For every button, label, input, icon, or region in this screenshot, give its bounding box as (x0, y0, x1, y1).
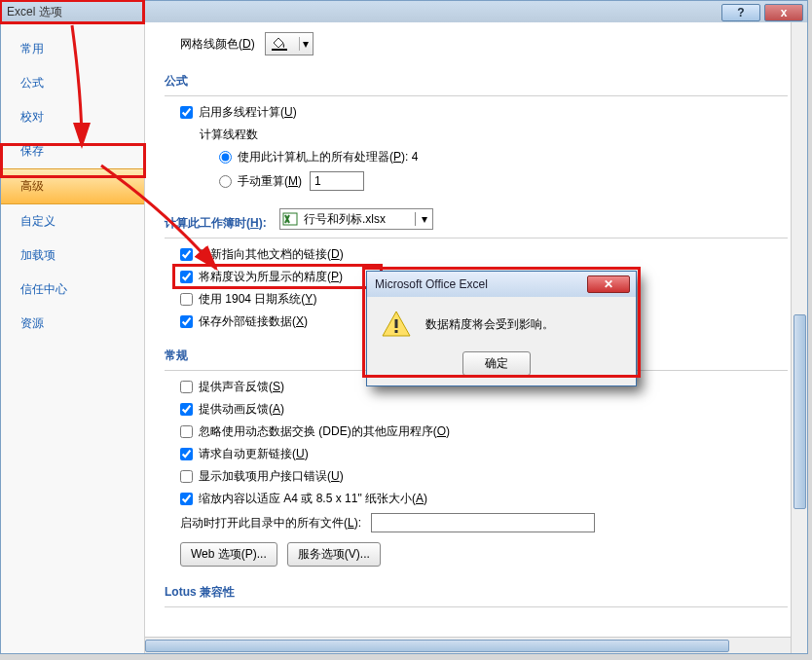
sidebar-item-save[interactable]: 保存 (1, 134, 144, 168)
sidebar-item-resources[interactable]: 资源 (1, 307, 144, 341)
anim-label: 提供动画反馈(A) (199, 401, 284, 418)
sidebar-item-proofing[interactable]: 校对 (1, 100, 144, 134)
workbook-select[interactable]: 行号和列标.xlsx ▾ (279, 208, 433, 230)
titlebar-buttons: ? x (721, 2, 807, 21)
help-button[interactable]: ? (721, 4, 760, 21)
sidebar-item-formula[interactable]: 公式 (1, 66, 144, 100)
save-ext-checkbox[interactable] (180, 315, 193, 328)
all-cpu-row: 使用此计算机上的所有处理器(P): 4 (219, 149, 788, 165)
autoup-label: 请求自动更新链接(U) (199, 446, 309, 462)
svg-rect-3 (395, 330, 398, 333)
titlebar: Excel 选项 ? x (1, 1, 807, 22)
scrollbar-thumb[interactable] (145, 640, 729, 652)
precision-checkbox[interactable] (180, 271, 193, 283)
precision-label: 将精度设为所显示的精度(P) (199, 269, 343, 285)
update-links-checkbox[interactable] (180, 248, 193, 261)
multithread-label: 启用多线程计算(U) (199, 104, 297, 121)
dialog-body: 数据精度将会受到影响。 (367, 297, 636, 351)
excel-file-icon (280, 210, 300, 228)
svg-rect-0 (272, 49, 287, 51)
threads-label: 计算线程数 (200, 127, 258, 143)
warning-icon (381, 309, 412, 340)
manual-threads-input[interactable] (310, 171, 364, 191)
gridline-color-label: 网格线颜色(D) (180, 36, 255, 53)
dropdown-arrow-icon: ▾ (299, 37, 313, 51)
sidebar-item-common[interactable]: 常用 (1, 32, 144, 66)
startup-row: 启动时打开此目录中的所有文件(L): (180, 513, 788, 532)
dialog-buttons: 确定 (367, 351, 636, 385)
web-options-button[interactable]: Web 选项(P)... (180, 542, 277, 567)
anim-checkbox[interactable] (180, 403, 193, 416)
a4-label: 缩放内容以适应 A4 或 8.5 x 11" 纸张大小(A) (199, 491, 427, 507)
svg-rect-2 (395, 319, 398, 328)
update-links-label: 更新指向其他文档的链接(D) (199, 246, 344, 263)
all-cpu-radio[interactable] (219, 151, 232, 164)
addin-err-label: 显示加载项用户接口错误(U) (199, 468, 344, 485)
section-formula: 公式 (165, 65, 788, 96)
a4-checkbox[interactable] (180, 493, 193, 505)
sidebar-item-advanced[interactable]: 高级 (1, 168, 144, 204)
threads-label-row: 计算线程数 (200, 127, 788, 143)
precision-warning-dialog: Microsoft Office Excel ✕ 数据精度将会受到影响。 确定 (366, 271, 637, 386)
dialog-message: 数据精度将会受到影响。 (425, 316, 554, 333)
scrollbar-thumb[interactable] (794, 314, 806, 509)
window-title: Excel 选项 (7, 4, 62, 20)
startup-path-input[interactable] (371, 513, 595, 532)
dialog-close-button[interactable]: ✕ (587, 275, 630, 293)
manual-radio[interactable] (219, 175, 232, 188)
svg-rect-1 (283, 213, 297, 225)
save-ext-label: 保存外部链接数据(X) (199, 313, 308, 330)
sidebar-item-trust[interactable]: 信任中心 (1, 273, 144, 307)
section-lotus: Lotus 兼容性 (165, 576, 788, 607)
dropdown-arrow-icon: ▾ (415, 212, 432, 226)
sound-label: 提供声音反馈(S) (199, 379, 284, 395)
date1904-checkbox[interactable] (180, 293, 193, 306)
close-button[interactable]: x (764, 4, 803, 21)
dialog-titlebar: Microsoft Office Excel ✕ (367, 272, 636, 297)
addin-err-checkbox[interactable] (180, 470, 193, 483)
service-options-button[interactable]: 服务选项(V)... (287, 542, 381, 567)
multithread-checkbox[interactable] (180, 106, 193, 119)
sidebar-item-customize[interactable]: 自定义 (1, 204, 144, 238)
startup-label: 启动时打开此目录中的所有文件(L): (180, 515, 361, 532)
manual-row: 手动重算(M) (219, 171, 788, 191)
autoup-checkbox[interactable] (180, 448, 193, 460)
horizontal-scrollbar[interactable] (145, 637, 791, 653)
dde-checkbox[interactable] (180, 425, 193, 438)
dialog-ok-button[interactable]: 确定 (462, 351, 531, 376)
sidebar: 常用 公式 校对 保存 高级 自定义 加载项 信任中心 资源 (1, 22, 145, 653)
dialog-title: Microsoft Office Excel (375, 277, 488, 291)
gridline-color-picker[interactable]: ▾ (265, 32, 314, 55)
all-cpu-label: 使用此计算机上的所有处理器(P): 4 (238, 149, 418, 165)
dde-label: 忽略使用动态数据交换 (DDE)的其他应用程序(O) (199, 423, 450, 440)
gridline-color-row: 网格线颜色(D) ▾ (180, 32, 788, 55)
workbook-name: 行号和列标.xlsx (300, 211, 415, 228)
sound-checkbox[interactable] (180, 381, 193, 393)
buttons-row: Web 选项(P)... 服务选项(V)... (180, 542, 788, 567)
section-workbook: 计算此工作簿时(H): 行号和列标.xlsx ▾ (165, 201, 788, 238)
sidebar-item-addins[interactable]: 加载项 (1, 238, 144, 273)
manual-label: 手动重算(M) (238, 173, 302, 190)
multithread-row: 启用多线程计算(U) (180, 104, 788, 121)
vertical-scrollbar[interactable] (791, 22, 807, 653)
paint-bucket-icon (270, 37, 295, 51)
date1904-label: 使用 1904 日期系统(Y) (199, 291, 316, 308)
